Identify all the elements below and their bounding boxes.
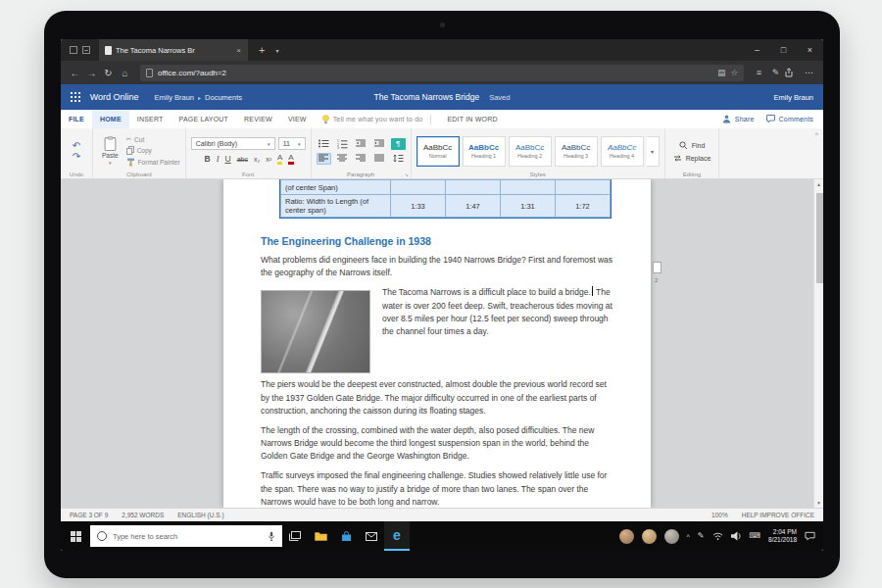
table-cell[interactable]: 1:72 xyxy=(556,195,611,218)
people-avatar[interactable] xyxy=(642,529,657,544)
table-cell[interactable] xyxy=(556,180,611,195)
microphone-icon[interactable] xyxy=(268,531,275,542)
style-heading-3[interactable]: AaBbCc Heading 3 xyxy=(555,136,598,167)
tell-me-box[interactable]: Tell me what you want to do xyxy=(322,115,423,124)
paragraph-marks-toggle[interactable]: ¶ xyxy=(391,138,406,150)
font-size-select[interactable]: 11 ▾ xyxy=(278,137,306,150)
bold-button[interactable]: B xyxy=(205,155,211,164)
paragraph-traffic[interactable]: Traffic surveys imposed the final engine… xyxy=(261,469,613,508)
taskbar-search-box[interactable] xyxy=(90,525,282,547)
new-tab-button[interactable]: + xyxy=(259,45,265,56)
strikethrough-button[interactable]: abc xyxy=(237,156,248,163)
back-icon[interactable]: ← xyxy=(67,68,83,78)
paragraph-dialog-launcher-icon[interactable]: ↘ xyxy=(404,172,408,177)
align-right-button[interactable] xyxy=(354,153,368,165)
window-minimize-button[interactable]: – xyxy=(744,39,770,61)
action-center-icon[interactable] xyxy=(805,531,815,541)
start-button[interactable] xyxy=(61,521,90,551)
reading-view-icon[interactable]: ▤ xyxy=(717,68,725,77)
tab-view[interactable]: VIEW xyxy=(280,110,315,128)
show-hidden-icons-chevron[interactable]: ^ xyxy=(687,533,690,540)
volume-icon[interactable] xyxy=(731,531,742,541)
paragraph-intro[interactable]: What problems did engineers face in buil… xyxy=(261,254,613,279)
style-normal[interactable]: AaBbCc Normal xyxy=(416,136,460,167)
scrollbar-thumb[interactable] xyxy=(816,193,823,283)
share-button[interactable]: Share xyxy=(722,115,755,123)
table-cell[interactable]: 1:31 xyxy=(501,195,556,218)
redo-button[interactable]: ↷ xyxy=(73,152,80,162)
styles-gallery-more-button[interactable]: ▾ xyxy=(647,136,660,167)
tab-home[interactable]: HOME xyxy=(92,110,129,128)
wifi-icon[interactable] xyxy=(712,532,723,541)
edge-browser-button[interactable]: e xyxy=(384,521,410,551)
app-launcher-icon[interactable] xyxy=(71,92,80,102)
highlight-color-button[interactable]: A xyxy=(277,154,282,165)
style-heading-4[interactable]: AaBbCc Heading 4 xyxy=(601,136,644,167)
breadcrumb[interactable]: Emily Braun ▸ Documents xyxy=(155,93,242,102)
refresh-icon[interactable]: ↻ xyxy=(100,68,117,78)
collapse-ribbon-icon[interactable]: ^ xyxy=(815,131,818,138)
undo-button[interactable]: ↶ xyxy=(73,141,80,151)
superscript-button[interactable]: x² xyxy=(266,156,271,163)
cut-button[interactable]: ✂ Cut xyxy=(126,135,180,143)
taskbar-search-input[interactable] xyxy=(113,532,262,541)
home-icon[interactable]: ⌂ xyxy=(117,68,133,78)
touch-keyboard-icon[interactable]: ⌨ xyxy=(750,532,761,540)
paragraph-piers[interactable]: The piers would be the deepest ever cons… xyxy=(261,378,613,417)
more-options-icon[interactable]: ⋯ xyxy=(801,68,817,77)
subscript-button[interactable]: x₂ xyxy=(254,156,260,163)
paste-button[interactable]: Paste ▾ xyxy=(98,136,122,166)
increase-indent-button[interactable] xyxy=(372,138,387,150)
section-heading[interactable]: The Engineering Challenge in 1938 xyxy=(261,235,613,247)
url-field[interactable]: office.com/?audh=2 ▤ ☆ xyxy=(140,65,744,81)
people-avatar[interactable] xyxy=(619,529,634,544)
document-title[interactable]: The Tacoma Narrows Bridge xyxy=(374,92,480,102)
account-name[interactable]: Emily Braun xyxy=(774,93,813,102)
breadcrumb-user[interactable]: Emily Braun xyxy=(155,93,194,102)
add-favorite-star-icon[interactable]: ☆ xyxy=(730,68,738,77)
margin-marker[interactable] xyxy=(653,262,662,273)
hub-icon[interactable]: ≡ xyxy=(751,68,767,77)
tabs-set-aside-icon[interactable] xyxy=(82,46,90,54)
share-icon[interactable] xyxy=(784,68,801,77)
store-button[interactable] xyxy=(333,521,359,551)
table-cell[interactable]: (of center Span) xyxy=(281,180,391,195)
align-left-button[interactable] xyxy=(317,153,331,165)
align-center-button[interactable] xyxy=(335,153,350,165)
tab-close-icon[interactable]: × xyxy=(235,46,242,55)
comments-button[interactable]: Comments xyxy=(766,115,813,123)
paragraph-length[interactable]: The length of the crossing, combined wit… xyxy=(261,424,613,464)
table-cell[interactable]: Ratio: Width to Length (of center span) xyxy=(281,195,391,218)
table-cell[interactable] xyxy=(501,180,556,195)
task-view-button[interactable] xyxy=(282,521,308,551)
table-cell[interactable] xyxy=(391,180,446,195)
document-scrollbar[interactable]: ▲ ▼ xyxy=(813,179,823,508)
justify-button[interactable] xyxy=(372,153,387,165)
table-cell[interactable]: 1:47 xyxy=(446,195,501,218)
document-page[interactable]: (of center Span) Ratio: Width to Length … xyxy=(223,179,651,508)
help-improve-office-link[interactable]: HELP IMPROVE OFFICE xyxy=(742,512,814,518)
taskbar-clock[interactable]: 2:04 PM 8/21/2018 xyxy=(768,528,797,545)
style-heading-1[interactable]: AaBbCc Heading 1 xyxy=(463,136,506,167)
forward-icon[interactable]: → xyxy=(83,68,100,78)
set-tabs-aside-icon[interactable] xyxy=(70,46,77,54)
windows-ink-pen-icon[interactable]: ✎ xyxy=(698,532,705,540)
bullets-button[interactable] xyxy=(317,138,331,150)
tab-page-layout[interactable]: PAGE LAYOUT xyxy=(172,110,237,128)
table-cell[interactable]: 1:33 xyxy=(391,195,446,218)
people-avatar[interactable] xyxy=(664,529,679,544)
file-explorer-button[interactable] xyxy=(308,521,333,551)
window-close-button[interactable]: × xyxy=(797,39,823,61)
mail-button[interactable] xyxy=(359,521,384,551)
underline-button[interactable]: U xyxy=(225,155,231,164)
scroll-down-icon[interactable]: ▼ xyxy=(814,498,823,508)
window-maximize-button[interactable]: □ xyxy=(770,39,797,61)
scroll-up-icon[interactable]: ▲ xyxy=(814,179,823,189)
find-button[interactable]: Find xyxy=(679,141,706,150)
decrease-indent-button[interactable] xyxy=(354,138,368,150)
browser-tab[interactable]: The Tacoma Narrows Br × xyxy=(99,39,248,61)
table-cell[interactable] xyxy=(446,180,501,195)
bridge-photo[interactable] xyxy=(261,290,370,373)
edit-in-word-button[interactable]: EDIT IN WORD xyxy=(439,110,505,128)
format-painter-button[interactable]: Format Painter xyxy=(126,158,180,167)
